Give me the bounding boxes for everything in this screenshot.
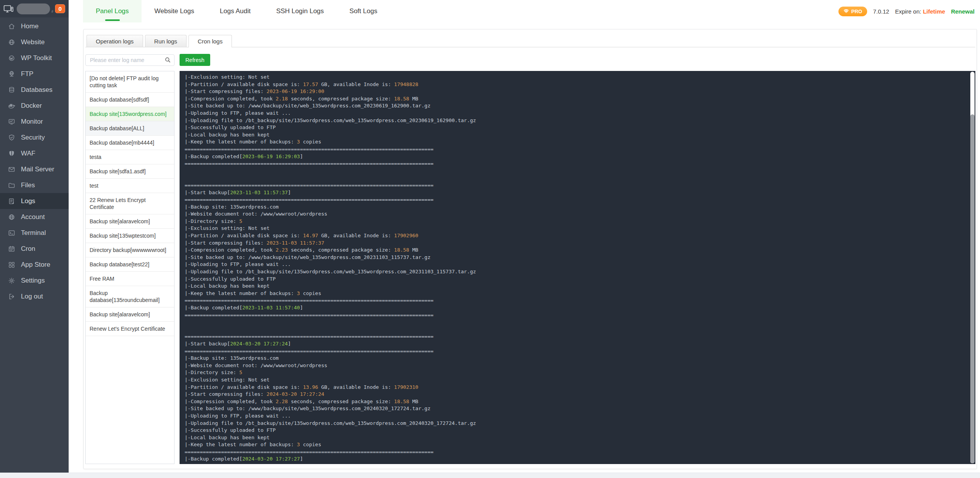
- terminal-log-line: [185, 174, 965, 182]
- search-icon[interactable]: [165, 57, 171, 63]
- subtab-run-logs[interactable]: Run logs: [145, 35, 187, 47]
- computer-icon: [3, 4, 14, 14]
- sidebar-item-ftp[interactable]: FTP: [0, 66, 69, 82]
- sidebar-item-label: Home: [21, 22, 38, 30]
- terminal-log-line: |-Site backed up to: /www/backup/site/we…: [185, 254, 965, 261]
- sidebar-item-label: App Store: [21, 261, 50, 269]
- log-task-item[interactable]: Backup database[mb4444]: [86, 136, 174, 150]
- expire-info: Expire on: Lifetime: [895, 8, 945, 15]
- monitor-chart-icon: [8, 118, 15, 125]
- terminal-separator-line: ========================================…: [185, 297, 965, 304]
- log-task-item[interactable]: Free RAM: [86, 272, 174, 286]
- log-task-item[interactable]: Backup database[sdfsdf]: [86, 93, 174, 107]
- pro-label: PRO: [851, 9, 862, 14]
- expire-label: Expire on:: [895, 8, 921, 15]
- pro-badge[interactable]: PRO: [838, 7, 867, 16]
- terminal-log-line: |-Keep the latest number of backups: 3 c…: [185, 441, 965, 449]
- gear-icon: [8, 277, 15, 284]
- terminal-icon: [8, 230, 15, 236]
- tab-panel-logs[interactable]: Panel Logs: [83, 0, 142, 22]
- log-task-item[interactable]: Backup site[sdfa1.asdf]: [86, 164, 174, 179]
- log-task-item[interactable]: Backup database[ALL]: [86, 121, 174, 136]
- sidebar-item-cron[interactable]: Cron: [0, 241, 69, 257]
- terminal-scrollbar-thumb[interactable]: [970, 114, 975, 463]
- log-output-terminal: |-Exclusion setting: Not set|-Partition …: [180, 71, 975, 464]
- log-task-item[interactable]: Directory backup[wwwwwwroot]: [86, 243, 174, 257]
- terminal-log-line: |-Partition / available disk space is: 1…: [185, 384, 965, 391]
- terminal-log-line: |-Backup site: 135wordpress.com: [185, 204, 965, 211]
- sidebar-item-terminal[interactable]: Terminal: [0, 225, 69, 241]
- refresh-button[interactable]: Refresh: [180, 54, 210, 66]
- server-info-header[interactable]: 0: [0, 0, 69, 17]
- globe-icon: [8, 39, 15, 46]
- log-task-item[interactable]: Backup site[alaravelcom]: [86, 307, 174, 322]
- log-task-item[interactable]: Backup site[135wptestcom]: [86, 229, 174, 243]
- log-task-item[interactable]: Renew Let's Encrypt Certificate: [86, 322, 174, 336]
- terminal-log-line: |-Exclusion setting: Not set: [185, 376, 965, 384]
- search-box: [85, 54, 175, 66]
- sidebar-item-label: Account: [21, 213, 45, 221]
- terminal-log-line: |-Uploading to FTP, please wait ...: [185, 261, 965, 268]
- terminal-scrollbar[interactable]: [970, 72, 975, 463]
- tab-website-logs[interactable]: Website Logs: [142, 0, 207, 22]
- sidebar-item-monitor[interactable]: Monitor: [0, 114, 69, 129]
- sidebar-item-log-out[interactable]: Log out: [0, 288, 69, 304]
- sidebar-item-label: Monitor: [21, 118, 43, 126]
- terminal-log-line: |-Uploading file to /bt_backup/site/135w…: [185, 420, 965, 427]
- sidebar-item-wp-toolkit[interactable]: WP Toolkit: [0, 50, 69, 66]
- terminal-log-line: |-Local backup has been kept: [185, 283, 965, 290]
- sidebar-item-label: Docker: [21, 102, 42, 110]
- terminal-log-line: |-Start backup[2024-03-20 17:27:24]: [185, 340, 965, 348]
- log-task-item[interactable]: testa: [86, 150, 174, 164]
- envelope-icon: [8, 166, 15, 173]
- sidebar-item-website[interactable]: Website: [0, 34, 69, 50]
- database-icon: [8, 86, 15, 93]
- sidebar-item-home[interactable]: Home: [0, 18, 69, 34]
- calendar-icon: [8, 245, 15, 252]
- terminal-log-line: |-Exclusion setting: Not set: [185, 74, 965, 81]
- tab-logs-audit[interactable]: Logs Audit: [207, 0, 263, 22]
- terminal-log-line: [185, 319, 965, 326]
- sidebar-item-mail-server[interactable]: Mail Server: [0, 161, 69, 177]
- sidebar-item-waf[interactable]: WAF: [0, 145, 69, 161]
- subtab-cron-logs[interactable]: Cron logs: [188, 35, 232, 47]
- terminal-log-line: |-Successfully uploaded to FTP: [185, 124, 965, 131]
- sidebar-item-docker[interactable]: Docker: [0, 98, 69, 114]
- sidebar-item-security[interactable]: Security: [0, 129, 69, 145]
- subtab-operation-logs[interactable]: Operation logs: [86, 35, 143, 47]
- log-task-item[interactable]: [Do not delete] FTP audit log cutting ta…: [86, 71, 174, 93]
- terminal-log-line: |-Backup site: 135wordpress.com: [185, 355, 965, 362]
- sidebar-item-files[interactable]: Files: [0, 177, 69, 193]
- log-task-item[interactable]: 22 Renew Lets Encrypt Certificate: [86, 193, 174, 214]
- log-task-item[interactable]: Backup site[135wordpress.com]: [86, 107, 174, 121]
- tab-soft-logs[interactable]: Soft Logs: [337, 0, 390, 22]
- terminal-log-line: |-Partition / available disk space is: 1…: [185, 81, 965, 88]
- log-task-item[interactable]: Backup site[alaravelcom]: [86, 214, 174, 229]
- search-input[interactable]: [89, 57, 165, 64]
- renewal-link[interactable]: Renewal: [951, 8, 975, 15]
- sidebar-item-label: Security: [21, 134, 45, 142]
- log-task-item[interactable]: Backup database[test22]: [86, 257, 174, 272]
- sidebar-item-app-store[interactable]: App Store: [0, 257, 69, 273]
- sidebar-item-logs[interactable]: Logs: [0, 193, 69, 209]
- terminal-log-line: |-Start compressing files: 2023-11-03 11…: [185, 240, 965, 247]
- terminal-separator-line: ========================================…: [185, 449, 965, 456]
- topbar-meta: PRO 7.0.12 Expire on: Lifetime Renewal: [838, 0, 980, 22]
- sidebar-item-label: Mail Server: [21, 166, 54, 173]
- sidebar-item-databases[interactable]: Databases: [0, 82, 69, 98]
- sidebar-item-label: Cron: [21, 245, 35, 253]
- logs-card: Operation logsRun logsCron logs Refresh …: [83, 29, 977, 469]
- message-count-badge[interactable]: 0: [55, 4, 65, 13]
- terminal-log-line: |-Website document root: /www/wwwroot/wo…: [185, 362, 965, 369]
- terminal-log-line: |-Uploading to FTP, please wait ...: [185, 412, 965, 420]
- log-task-item[interactable]: Backup database[135roundcubemail]: [86, 286, 174, 307]
- sidebar-item-label: Settings: [21, 277, 45, 285]
- logs-body: [Do not delete] FTP audit log cutting ta…: [85, 71, 975, 464]
- log-task-item[interactable]: test: [86, 179, 174, 193]
- sidebar-item-account[interactable]: Account: [0, 209, 69, 225]
- sidebar-item-settings[interactable]: Settings: [0, 273, 69, 288]
- app-root: 0 HomeWebsiteWP ToolkitFTPDatabasesDocke…: [0, 0, 980, 478]
- tab-ssh-login-logs[interactable]: SSH Login Logs: [263, 0, 337, 22]
- terminal-log-line: |-Site backed up to: /www/backup/site/we…: [185, 405, 965, 412]
- terminal-separator-line: ========================================…: [185, 312, 965, 319]
